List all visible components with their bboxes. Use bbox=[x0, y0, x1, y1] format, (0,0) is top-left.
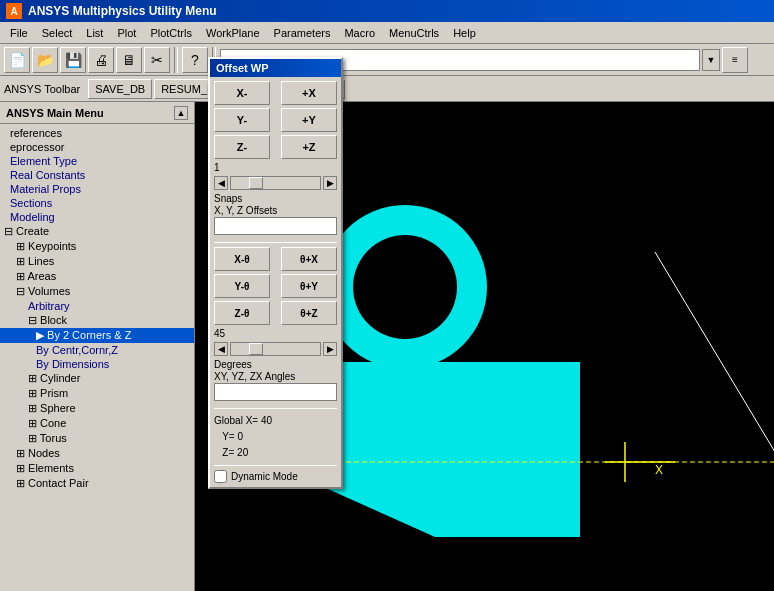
sidebar-item-modeling[interactable]: Modeling bbox=[0, 210, 194, 224]
y-minus-button[interactable]: Y- bbox=[214, 108, 270, 132]
degrees-slider-track[interactable] bbox=[230, 342, 321, 356]
sidebar-header: ANSYS Main Menu ▲ bbox=[0, 102, 194, 124]
menu-help[interactable]: Help bbox=[447, 25, 482, 41]
xrot-button-row: X-θ θ+X bbox=[214, 247, 337, 271]
sidebar-scroll-up[interactable]: ▲ bbox=[174, 106, 188, 120]
menu-menuctrls[interactable]: MenuCtrls bbox=[383, 25, 445, 41]
help-button[interactable]: ? bbox=[182, 47, 208, 73]
x-minus-rot-button[interactable]: X-θ bbox=[214, 247, 270, 271]
save-db-button[interactable]: SAVE_DB bbox=[88, 79, 152, 99]
z-button-row: Z- +Z bbox=[214, 135, 337, 159]
ansys-toolbar: ANSYS Toolbar SAVE_DB RESUM_DB QUIT POWR… bbox=[0, 76, 774, 102]
sidebar-item-torus[interactable]: ⊞ Torus bbox=[0, 431, 194, 446]
global-y-label: Y= bbox=[222, 431, 235, 442]
xyz-angles-input[interactable] bbox=[214, 383, 337, 401]
menu-plotctrls[interactable]: PlotCtrls bbox=[144, 25, 198, 41]
toolbar: 📄 📂 💾 🖨 🖥 ✂ ? ▼ ≡ bbox=[0, 44, 774, 76]
z-minus-rot-button[interactable]: Z-θ bbox=[214, 301, 270, 325]
sidebar-item-sphere[interactable]: ⊞ Sphere bbox=[0, 401, 194, 416]
menu-list[interactable]: List bbox=[80, 25, 109, 41]
dynamic-mode-row: Dynamic Mode bbox=[214, 470, 337, 483]
dynamic-mode-label: Dynamic Mode bbox=[231, 471, 298, 482]
save-button[interactable]: 💾 bbox=[60, 47, 86, 73]
sidebar-item-keypoints[interactable]: ⊞ Keypoints bbox=[0, 239, 194, 254]
degrees-slider-right[interactable]: ▶ bbox=[323, 342, 337, 356]
y-plus-button[interactable]: +Y bbox=[281, 108, 337, 132]
snaps-slider-right[interactable]: ▶ bbox=[323, 176, 337, 190]
open-button[interactable]: 📂 bbox=[32, 47, 58, 73]
sidebar-title: ANSYS Main Menu bbox=[6, 107, 104, 119]
sidebar-item-bycenter[interactable]: By Centr,Cornr,Z bbox=[0, 343, 194, 357]
z-plus-rot-button[interactable]: θ+Z bbox=[281, 301, 337, 325]
extra-button[interactable]: ≡ bbox=[722, 47, 748, 73]
y-plus-rot-button[interactable]: θ+Y bbox=[281, 274, 337, 298]
sidebar-item-nodes[interactable]: ⊞ Nodes bbox=[0, 446, 194, 461]
combo-arrow[interactable]: ▼ bbox=[702, 49, 720, 71]
sidebar-item-material-props[interactable]: Material Props bbox=[0, 182, 194, 196]
global-coords: Global X= 40 Y= 0 Z= 20 bbox=[214, 413, 337, 461]
global-z-value: 20 bbox=[237, 447, 248, 458]
x-button-row: X- +X bbox=[214, 81, 337, 105]
degrees-slider-thumb[interactable] bbox=[249, 343, 263, 355]
dialog-content: X- +X Y- +Y Z- +Z 1 ◀ ▶ Snaps X, Y, Z Of… bbox=[210, 77, 341, 487]
main-area: ANSYS Main Menu ▲ references eprocessor … bbox=[0, 102, 774, 591]
snaps-slider-track[interactable] bbox=[230, 176, 321, 190]
screen-button[interactable]: 🖥 bbox=[116, 47, 142, 73]
sidebar-item-elements[interactable]: ⊞ Elements bbox=[0, 461, 194, 476]
menu-macro[interactable]: Macro bbox=[338, 25, 381, 41]
sidebar-item-sections[interactable]: Sections bbox=[0, 196, 194, 210]
snaps-slider-container: ◀ ▶ bbox=[214, 176, 337, 190]
sidebar-item-references[interactable]: references bbox=[0, 126, 194, 140]
snaps-value-label: 1 bbox=[214, 162, 337, 173]
dialog-separator1 bbox=[214, 242, 337, 243]
sidebar-content: references eprocessor Element Type Real … bbox=[0, 124, 194, 591]
dialog-separator3 bbox=[214, 465, 337, 466]
sidebar-item-element-type[interactable]: Element Type bbox=[0, 154, 194, 168]
y-minus-rot-button[interactable]: Y-θ bbox=[214, 274, 270, 298]
scissors-button[interactable]: ✂ bbox=[144, 47, 170, 73]
sidebar: ANSYS Main Menu ▲ references eprocessor … bbox=[0, 102, 195, 591]
ansys-toolbar-label: ANSYS Toolbar bbox=[4, 83, 80, 95]
menu-workplane[interactable]: WorkPlane bbox=[200, 25, 266, 41]
dynamic-mode-checkbox[interactable] bbox=[214, 470, 227, 483]
sidebar-item-cylinder[interactable]: ⊞ Cylinder bbox=[0, 371, 194, 386]
degrees-label: Degrees bbox=[214, 359, 337, 370]
snaps-label: Snaps bbox=[214, 193, 337, 204]
menu-plot[interactable]: Plot bbox=[111, 25, 142, 41]
print-button[interactable]: 🖨 bbox=[88, 47, 114, 73]
menu-bar: File Select List Plot PlotCtrls WorkPlan… bbox=[0, 22, 774, 44]
degrees-value-label: 45 bbox=[214, 328, 337, 339]
sidebar-item-by2corners[interactable]: ▶ By 2 Corners & Z bbox=[0, 328, 194, 343]
menu-select[interactable]: Select bbox=[36, 25, 79, 41]
sidebar-item-eprocessor[interactable]: eprocessor bbox=[0, 140, 194, 154]
z-minus-button[interactable]: Z- bbox=[214, 135, 270, 159]
sidebar-item-create[interactable]: ⊟ ▣ CreateCreate bbox=[0, 224, 194, 239]
x-plus-button[interactable]: +X bbox=[281, 81, 337, 105]
sidebar-item-areas[interactable]: ⊞ Areas bbox=[0, 269, 194, 284]
app-title: ANSYS Multiphysics Utility Menu bbox=[28, 4, 217, 18]
global-x-label: Global X= bbox=[214, 415, 258, 426]
degrees-slider-container: ◀ ▶ bbox=[214, 342, 337, 356]
sidebar-item-volumes[interactable]: ⊟ Volumes bbox=[0, 284, 194, 299]
z-plus-button[interactable]: +Z bbox=[281, 135, 337, 159]
app-icon: A bbox=[6, 3, 22, 19]
degrees-slider-left[interactable]: ◀ bbox=[214, 342, 228, 356]
sidebar-item-arbitrary[interactable]: Arbitrary bbox=[0, 299, 194, 313]
global-z-label: Z= bbox=[222, 447, 234, 458]
sidebar-item-real-constants[interactable]: Real Constants bbox=[0, 168, 194, 182]
sidebar-item-prism[interactable]: ⊞ Prism bbox=[0, 386, 194, 401]
sidebar-item-block[interactable]: ⊟ Block bbox=[0, 313, 194, 328]
sidebar-item-cone[interactable]: ⊞ Cone bbox=[0, 416, 194, 431]
x-plus-rot-button[interactable]: θ+X bbox=[281, 247, 337, 271]
x-minus-button[interactable]: X- bbox=[214, 81, 270, 105]
snaps-slider-thumb[interactable] bbox=[249, 177, 263, 189]
menu-file[interactable]: File bbox=[4, 25, 34, 41]
xyz-offsets-input[interactable] bbox=[214, 217, 337, 235]
title-bar: A ANSYS Multiphysics Utility Menu bbox=[0, 0, 774, 22]
sidebar-item-lines[interactable]: ⊞ Lines bbox=[0, 254, 194, 269]
snaps-slider-left[interactable]: ◀ bbox=[214, 176, 228, 190]
sidebar-item-bydimensions[interactable]: By Dimensions bbox=[0, 357, 194, 371]
new-button[interactable]: 📄 bbox=[4, 47, 30, 73]
sidebar-item-contact-pair[interactable]: ⊞ Contact Pair bbox=[0, 476, 194, 491]
menu-parameters[interactable]: Parameters bbox=[268, 25, 337, 41]
